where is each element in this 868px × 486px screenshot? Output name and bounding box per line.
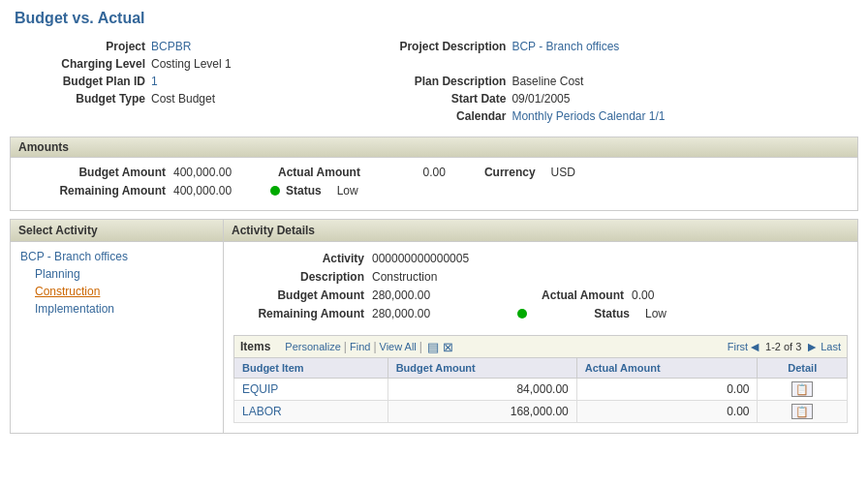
activity-remaining-value: 280,000.00 — [372, 307, 508, 320]
project-desc-label: Project Description — [351, 40, 506, 53]
next-arrow[interactable]: ► — [805, 339, 819, 354]
activity-budget-label: Budget Amount — [238, 289, 364, 302]
equip-link[interactable]: EQUIP — [242, 382, 278, 396]
activity-details-body: Activity 000000000000005 Description Con… — [224, 242, 857, 335]
charging-level-label: Charging Level — [19, 57, 145, 71]
main-content: Select Activity BCP - Branch offices Pla… — [10, 219, 858, 434]
table-row: LABOR 168,000.00 0.00 📋 — [234, 401, 848, 423]
table-row: EQUIP 84,000.00 0.00 📋 — [234, 379, 848, 401]
activity-remaining-row: Remaining Amount 280,000.00 Status Low — [238, 307, 843, 320]
activity-id-label: Activity — [238, 252, 364, 265]
budget-type-value: Cost Budget — [151, 92, 267, 106]
amounts-header: Amounts — [11, 137, 857, 158]
equip-actual-amount: 0.00 — [576, 379, 758, 401]
plan-desc-label: Plan Description — [351, 75, 506, 88]
tree-link-bcp[interactable]: BCP - Branch offices — [20, 250, 128, 263]
tree-link-construction[interactable]: Construction — [35, 285, 100, 298]
plan-desc-value: Baseline Cost — [512, 75, 628, 88]
equip-budget-amount: 84,000.00 — [388, 379, 576, 401]
page-range: 1-2 of 3 — [765, 341, 801, 352]
find-link[interactable]: Find — [350, 341, 370, 352]
col-detail: Detail — [758, 358, 848, 379]
tree-link-planning[interactable]: Planning — [35, 267, 80, 281]
labor-item[interactable]: LABOR — [234, 401, 388, 423]
start-date-value: 09/01/2005 — [512, 92, 628, 106]
equip-detail[interactable]: 📋 — [758, 379, 848, 401]
labor-detail[interactable]: 📋 — [758, 401, 848, 423]
tree-item-planning[interactable]: Planning — [20, 267, 213, 281]
items-label: Items — [240, 340, 270, 353]
page-title: Budget vs. Actual — [0, 0, 868, 35]
actual-amount-label: Actual Amount — [278, 166, 360, 179]
currency-label: Currency — [484, 166, 536, 179]
tree-item-construction[interactable]: Construction — [20, 285, 213, 298]
labor-detail-icon[interactable]: 📋 — [791, 404, 813, 419]
select-activity-header: Select Activity — [11, 220, 223, 242]
equip-item[interactable]: EQUIP — [234, 379, 388, 401]
left-panel: Select Activity BCP - Branch offices Pla… — [11, 220, 224, 433]
budget-type-label: Budget Type — [19, 92, 145, 106]
activity-actual-value: 0.00 — [632, 289, 654, 302]
project-value: BCPBR — [151, 40, 267, 53]
project-label: Project — [19, 40, 145, 53]
last-link[interactable]: Last — [821, 341, 841, 352]
tree-item-implementation[interactable]: Implementation — [20, 302, 213, 316]
col-actual-amount: Actual Amount — [576, 358, 758, 379]
activity-details-header: Activity Details — [224, 220, 857, 242]
remaining-amount-label: Remaining Amount — [30, 184, 166, 197]
items-toolbar: Items Personalize | Find | View All | ▤ … — [233, 335, 848, 357]
equip-detail-icon[interactable]: 📋 — [791, 381, 813, 397]
amounts-row-budget: Budget Amount 400,000.00 Actual Amount 0… — [30, 166, 838, 179]
items-table-wrapper: Budget Item Budget Amount Actual Amount … — [233, 357, 848, 423]
amounts-row-remaining: Remaining Amount 400,000.00 Status Low — [30, 184, 838, 197]
actual-amount-value: 0.00 — [368, 166, 446, 179]
calendar-value: Monthly Periods Calendar 1/1 — [512, 109, 665, 123]
currency-value: USD — [551, 166, 575, 179]
activity-tree: BCP - Branch offices Planning Constructi… — [11, 242, 223, 327]
activity-actual-label: Actual Amount — [527, 289, 624, 302]
budget-amount-label: Budget Amount — [30, 166, 166, 179]
activity-desc-row: Description Construction — [238, 270, 843, 284]
budget-plan-id-value: 1 — [151, 75, 267, 88]
right-panel: Activity Details Activity 00000000000000… — [224, 220, 857, 433]
tree-item-bcp[interactable]: BCP - Branch offices — [20, 250, 213, 263]
budget-amount-value: 400,000.00 — [173, 166, 270, 179]
items-table: Budget Item Budget Amount Actual Amount … — [233, 357, 848, 423]
project-desc-value: BCP - Branch offices — [512, 40, 628, 53]
charging-level-value: Costing Level 1 — [151, 57, 267, 71]
col-budget-item: Budget Item — [234, 358, 388, 379]
status-value: Low — [337, 184, 358, 197]
col-budget-amount: Budget Amount — [388, 358, 576, 379]
activity-status-value: Low — [645, 307, 666, 320]
labor-budget-amount: 168,000.00 — [388, 401, 576, 423]
labor-link[interactable]: LABOR — [242, 405, 282, 418]
budget-plan-id-label: Budget Plan ID — [19, 75, 145, 88]
prev-arrow[interactable]: ◄ — [748, 339, 761, 354]
personalize-link[interactable]: Personalize — [285, 341, 340, 352]
pagination-nav: First ◄ 1-2 of 3 ► Last — [728, 339, 841, 354]
labor-actual-amount: 0.00 — [576, 401, 758, 423]
grid-icon[interactable]: ⊠ — [443, 340, 453, 354]
activity-desc-value: Construction — [372, 270, 508, 284]
export-icon[interactable]: ▤ — [427, 340, 439, 354]
toolbar-links: Personalize | Find | View All | ▤ ⊠ — [285, 340, 727, 354]
calendar-label: Calendar — [351, 109, 506, 123]
start-date-label: Start Date — [351, 92, 506, 106]
tree-link-implementation[interactable]: Implementation — [35, 302, 114, 316]
activity-id-value: 000000000000005 — [372, 252, 508, 265]
amounts-section: Amounts Budget Amount 400,000.00 Actual … — [10, 137, 858, 211]
remaining-amount-value: 400,000.00 — [173, 184, 270, 197]
activity-remaining-label: Remaining Amount — [238, 307, 364, 320]
view-all-link[interactable]: View All — [380, 341, 417, 352]
activity-id-row: Activity 000000000000005 — [238, 252, 843, 265]
activity-budget-value: 280,000.00 — [372, 289, 508, 302]
activity-status-label: Status — [533, 307, 630, 320]
project-info-section: Project BCPBR Project Description BCP - … — [0, 35, 868, 137]
status-indicator-dot — [270, 186, 280, 196]
activity-budget-row: Budget Amount 280,000.00 Actual Amount 0… — [238, 289, 843, 302]
status-label: Status — [286, 184, 322, 197]
activity-desc-label: Description — [238, 270, 364, 284]
activity-status-dot — [517, 309, 527, 319]
first-link[interactable]: First — [728, 341, 748, 352]
